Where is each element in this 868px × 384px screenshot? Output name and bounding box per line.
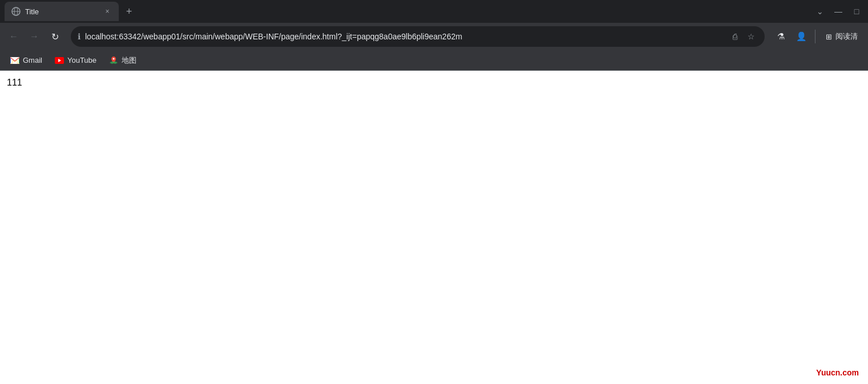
reader-mode-icon: ⊞ [826,33,832,41]
reader-mode-label: 阅读清 [835,31,858,42]
nav-divider [815,30,815,43]
back-icon: ← [9,31,18,42]
reader-mode-button[interactable]: ⊞ 阅读清 [820,29,863,44]
tab-title: Title [25,7,98,16]
account-icon: 👤 [796,31,807,42]
youtube-favicon [55,56,64,65]
forward-icon: → [30,31,39,42]
page-content: 111 Yuucn.com [0,71,868,384]
restore-button[interactable]: □ [850,5,863,18]
info-icon: ℹ [78,32,81,41]
bookmark-maps[interactable]: 地图 [103,53,142,68]
forward-button[interactable]: → [25,27,43,46]
maps-favicon [109,56,118,65]
nav-bar: ← → ↻ ℹ localhost:63342/webapp01/src/mai… [0,23,868,50]
nav-right-actions: ⚗ 👤 ⊞ 阅读清 [771,27,863,46]
bookmark-star-icon: ☆ [748,32,755,41]
chevron-down-icon[interactable]: ⌄ [813,5,827,18]
bookmark-youtube[interactable]: YouTube [49,54,102,67]
reload-button[interactable]: ↻ [46,27,64,46]
gmail-favicon [10,56,19,65]
title-bar: Title × + ⌄ — □ [0,0,868,23]
share-icon: ⎙ [733,32,737,41]
page-body-text: 111 [7,78,861,88]
tab-favicon [11,7,21,16]
new-tab-button[interactable]: + [121,3,137,19]
watermark: Yuucn.com [816,368,859,377]
flask-icon: ⚗ [777,31,785,42]
back-button[interactable]: ← [5,27,23,46]
tab-close-button[interactable]: × [103,7,112,16]
svg-point-6 [113,58,115,59]
address-bar-actions: ⎙ ☆ [728,30,758,43]
bookmark-button[interactable]: ☆ [744,30,758,43]
reload-icon: ↻ [51,31,59,42]
title-bar-controls: ⌄ — □ [813,5,863,18]
share-button[interactable]: ⎙ [728,30,742,43]
extension-button[interactable]: ⚗ [771,27,790,46]
maps-label: 地图 [122,55,136,66]
address-bar[interactable]: ℹ localhost:63342/webapp01/src/main/weba… [71,26,765,47]
account-button[interactable]: 👤 [792,27,810,46]
address-bar-text: localhost:63342/webapp01/src/main/webapp… [85,32,724,41]
bookmark-gmail[interactable]: Gmail [5,54,48,67]
bookmarks-bar: Gmail YouTube 地图 [0,50,868,71]
youtube-label: YouTube [67,56,97,64]
browser-tab[interactable]: Title × [5,2,119,21]
gmail-label: Gmail [23,56,42,64]
minimize-button[interactable]: — [831,5,845,18]
